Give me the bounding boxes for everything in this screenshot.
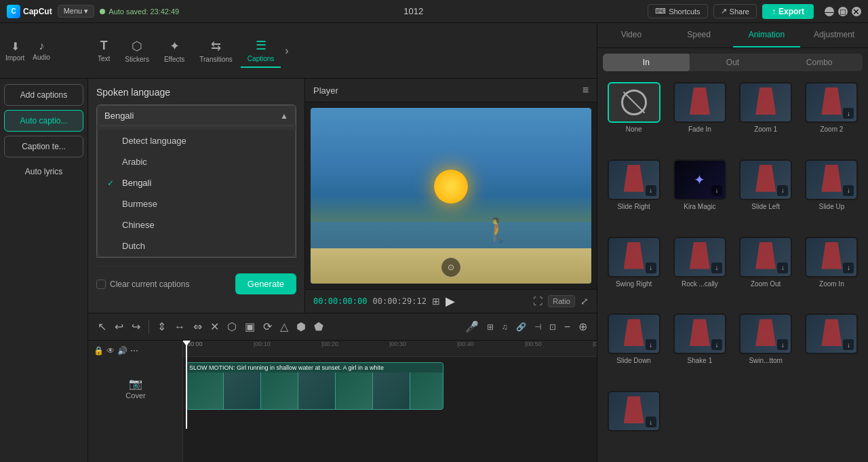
rotate-button[interactable]: ⟳ xyxy=(260,317,275,336)
effect-slide-left[interactable]: ↓ Slide Left xyxy=(735,159,797,233)
tab-animation[interactable]: Animation xyxy=(733,23,801,47)
language-dropdown[interactable]: Bengali ▲ Detect language Arabic xyxy=(96,104,296,258)
audio-track-button[interactable]: ♫ xyxy=(499,320,511,334)
captions-tool[interactable]: ☰ Captions xyxy=(241,34,281,68)
tab-animation-label: Animation xyxy=(749,30,785,39)
effect-zoom2[interactable]: ↓ Zoom 2 xyxy=(801,82,863,155)
effect-extra2[interactable]: ↓ xyxy=(603,391,665,457)
share-button[interactable]: ↗ Share xyxy=(713,4,757,18)
timeline-tracks-area[interactable]: 00:00 |00:10 |00:20 |00:30 |00:40 |00:50… xyxy=(183,341,597,462)
effect-slide-right[interactable]: ↓ Slide Right xyxy=(603,159,665,233)
share-label: Share xyxy=(730,7,749,16)
effect-kira-magic[interactable]: ✦ ↓ Kira Magic xyxy=(669,159,730,233)
link-button[interactable]: 🔗 xyxy=(513,320,529,334)
player-menu-button[interactable]: ≡ xyxy=(583,84,589,96)
cover-label[interactable]: 📷 Cover xyxy=(125,377,145,400)
fullscreen-button[interactable]: ⛶ xyxy=(533,296,542,307)
export-button[interactable]: ↑ Export xyxy=(762,4,814,19)
mask-button[interactable]: ⬢ xyxy=(294,317,309,336)
effect-zoom1[interactable]: Zoom 1 xyxy=(735,82,797,155)
frame-7 xyxy=(410,372,443,410)
effect-none[interactable]: None xyxy=(603,82,665,155)
lang-arabic[interactable]: Arabic xyxy=(98,151,295,172)
text-tool[interactable]: T Text xyxy=(91,35,117,66)
delete-button[interactable]: ✕ xyxy=(208,317,222,336)
captions-icon: ☰ xyxy=(256,38,267,53)
lang-burmese[interactable]: Burmese xyxy=(98,193,295,214)
link-clip-button[interactable]: ⊞ xyxy=(484,320,496,334)
add-captions-button[interactable]: Add captions xyxy=(4,84,83,106)
eye-button[interactable]: 👁 xyxy=(106,346,115,355)
more-options-button[interactable]: ⋯ xyxy=(130,346,138,355)
effect-zoom-out[interactable]: ↓ Zoom Out xyxy=(735,237,797,310)
caption-te-button[interactable]: Caption te... xyxy=(4,136,83,157)
voice-button[interactable]: 🎤 xyxy=(462,317,481,336)
effect-slide-up[interactable]: ↓ Slide Up xyxy=(801,159,863,233)
undo-button[interactable]: ↩ xyxy=(112,317,126,336)
lang-bengali[interactable]: ✓ Bengali xyxy=(98,172,295,193)
freeze-button[interactable]: ⬡ xyxy=(224,317,239,336)
shortcuts-button[interactable]: ⌨ Shortcuts xyxy=(648,4,707,18)
effect-rock-cally[interactable]: ↓ Rock ...cally xyxy=(669,237,730,310)
redo-button[interactable]: ↪ xyxy=(129,317,143,336)
effect-swin-ttom-label: Swin...ttom xyxy=(749,357,782,364)
dl-icon-zin: ↓ xyxy=(843,263,854,273)
auto-lyrics-button[interactable]: Auto lyrics xyxy=(4,161,83,182)
crop-button[interactable]: ↔ xyxy=(172,318,188,336)
transitions-tool[interactable]: ⇆ Transitions xyxy=(193,35,239,67)
play-button[interactable]: ▶ xyxy=(446,294,455,309)
zoom-in-button[interactable]: ⊕ xyxy=(576,317,590,336)
shape-button[interactable]: ⬟ xyxy=(311,317,326,336)
select-tool-button[interactable]: ↖ xyxy=(95,317,109,336)
lang-chinese[interactable]: Chinese xyxy=(98,214,295,235)
tab-video[interactable]: Video xyxy=(597,23,665,47)
effect-extra1[interactable]: ↓ xyxy=(801,313,863,387)
lang-dutch[interactable]: Dutch xyxy=(98,235,295,256)
anim-tab-combo-label: Combo xyxy=(806,58,833,67)
clear-checkbox[interactable] xyxy=(96,280,106,289)
lang-burmese-label: Burmese xyxy=(122,199,157,209)
effect-slide-down[interactable]: ↓ Slide Down xyxy=(603,313,665,387)
split-button[interactable]: ⇕ xyxy=(155,317,169,336)
generate-button[interactable]: Generate xyxy=(235,273,296,294)
tab-adjustment[interactable]: Adjustment xyxy=(800,23,868,47)
tab-speed[interactable]: Speed xyxy=(665,23,733,47)
effect-shake1[interactable]: ↓ Shake 1 xyxy=(669,313,730,387)
auto-captions-button[interactable]: Auto captio... xyxy=(4,110,83,132)
clear-captions-option[interactable]: Clear current captions xyxy=(96,280,189,289)
more-tools-button[interactable]: › xyxy=(282,42,291,60)
lock-button[interactable]: 🔒 xyxy=(94,346,104,355)
mirror-button[interactable]: ⇔ xyxy=(191,317,205,336)
capture-button[interactable]: ⊙ xyxy=(441,258,460,277)
anim-tab-out[interactable]: Out xyxy=(690,54,776,71)
replace-button[interactable]: ▣ xyxy=(242,317,258,336)
main-clip[interactable]: SLOW MOTION: Girl running in shallow wat… xyxy=(186,362,443,410)
flip-button[interactable]: △ xyxy=(277,317,291,336)
zoom-out-button[interactable]: − xyxy=(561,318,573,336)
maximize-button[interactable]: □ xyxy=(838,7,848,16)
titlebar-right: ⌨ Shortcuts ↗ Share ↑ Export — □ ✕ xyxy=(648,4,861,19)
effect-zoom-in[interactable]: ↓ Zoom In xyxy=(801,237,863,310)
volume-button[interactable]: 🔊 xyxy=(117,346,127,355)
ratio-button[interactable]: Ratio xyxy=(548,295,575,307)
effect-fade-in[interactable]: Fade In xyxy=(669,82,730,155)
anim-tab-in[interactable]: In xyxy=(603,54,690,71)
lang-detect[interactable]: Detect language xyxy=(98,130,295,151)
effect-swin-ttom[interactable]: ↓ Swin...ttom xyxy=(735,313,797,387)
effects-tool[interactable]: ✦ Effects xyxy=(157,35,191,67)
caption-track-button[interactable]: ⊡ xyxy=(547,320,559,334)
dropdown-header[interactable]: Bengali ▲ xyxy=(97,105,296,126)
anim-tab-combo[interactable]: Combo xyxy=(776,54,863,71)
effect-slide-left-label: Slide Left xyxy=(751,203,780,210)
grid-view-button[interactable]: ⊞ xyxy=(432,296,440,307)
expand-button[interactable]: ⤢ xyxy=(580,296,589,307)
effect-swing-right[interactable]: ↓ Swing Right xyxy=(603,237,665,310)
stickers-tool[interactable]: ⬡ Stickers xyxy=(118,35,156,67)
dl-icon-rock: ↓ xyxy=(711,263,722,273)
import-tool[interactable]: ⬇ Import xyxy=(1,37,28,64)
split-track-button[interactable]: ⊣ xyxy=(532,320,544,334)
close-button[interactable]: ✕ xyxy=(852,7,861,16)
audio-tool[interactable]: ♪ Audio xyxy=(28,37,54,64)
minimize-button[interactable]: — xyxy=(825,7,834,16)
menu-button[interactable]: Menu ▾ xyxy=(58,5,95,18)
